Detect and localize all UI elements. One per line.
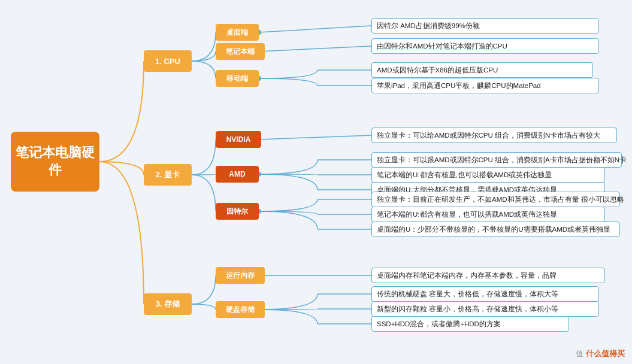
- leaf-ssd-text: 新型的闪存颗粒 容量小，价格高，存储速度快，体积小等: [377, 305, 558, 314]
- leaf-amd2-text: 笔记本端的U:都含有核显,也可以搭载AMD或英伟达独显: [377, 171, 552, 180]
- root-node: 笔记本电脑硬件: [11, 132, 99, 192]
- l2-mobile: 移动端: [216, 70, 259, 87]
- l1-gpu: 2. 显卡: [144, 164, 192, 186]
- l2-ram-label: 运行内存: [226, 271, 255, 281]
- watermark: 值 什么值得买: [576, 348, 625, 359]
- l2-hdd-storage-label: 硬盘存储: [226, 305, 255, 315]
- leaf-mobile1: AMD或因特尔基于X86的超低压版CPU: [371, 62, 593, 78]
- leaf-hdd-text: 传统的机械硬盘 容量大，价格低，存储速度慢，体积大等: [377, 290, 558, 299]
- leaf-ram: 桌面端内存和笔记本端内存，内存基本参数，容量，品牌: [371, 268, 605, 283]
- svg-line-4: [259, 135, 371, 139]
- l2-desktop-label: 桌面端: [226, 28, 248, 38]
- leaf-mobile2-text: 苹果iPad，采用高通CPU平板，麒麟CPU的MatePad: [377, 81, 541, 90]
- leaf-ram-text: 桌面端内存和笔记本端内存，内存基本参数，容量，品牌: [377, 271, 557, 280]
- leaf-mobile2: 苹果iPad，采用高通CPU平板，麒麟CPU的MatePad: [371, 78, 599, 93]
- l1-cpu-label: 1. CPU: [155, 57, 180, 66]
- watermark-brand: 什么值得买: [586, 349, 625, 358]
- leaf-intel1: 独立显卡：目前正在研发生产，不如AMD和英伟达，市场占有量 很小可以忽略: [371, 192, 620, 207]
- l2-laptop-label: 笔记本端: [226, 47, 255, 57]
- leaf-laptop: 由因特尔和AMD针对笔记本端打造的CPU: [371, 38, 599, 54]
- leaf-mobile1-text: AMD或因特尔基于X86的超低压版CPU: [377, 66, 498, 75]
- svg-line-1: [259, 46, 371, 51]
- leaf-desktop-text: 因特尔 AMD占据消费级99%份额: [377, 22, 480, 31]
- leaf-intel2-text: 笔记本端的U:都含有核显，也可以搭载AMD或英伟达独显: [377, 210, 557, 219]
- l2-mobile-label: 移动端: [226, 74, 248, 84]
- l1-gpu-label: 2. 显卡: [156, 169, 180, 180]
- root-label: 笔记本电脑硬件: [11, 144, 99, 178]
- watermark-prefix: 值: [576, 349, 586, 358]
- leaf-intel2: 笔记本端的U:都含有核显，也可以搭载AMD或英伟达独显: [371, 207, 605, 222]
- l2-amd: AMD: [216, 166, 259, 183]
- l2-amd-label: AMD: [229, 170, 245, 178]
- l1-storage-label: 3. 存储: [156, 299, 180, 310]
- l1-storage: 3. 存储: [144, 293, 192, 315]
- leaf-nvidia-text: 独立显卡：可以给AMD或因特尔CPU 组合，消费级别N卡市场占有较大: [377, 131, 600, 140]
- l2-nvidia-label: NVIDIA: [226, 135, 251, 144]
- l2-laptop: 笔记本端: [216, 43, 265, 60]
- l2-intel-gpu-label: 因特尔: [226, 207, 248, 217]
- leaf-amd1: 独立显卡：可以跟AMD或因特尔CPU 组合，消费级别A卡市场占据份额不如N卡: [371, 152, 622, 168]
- l2-hdd-storage: 硬盘存储: [216, 301, 265, 318]
- svg-line-0: [259, 26, 371, 32]
- leaf-intel1-text: 独立显卡：目前正在研发生产，不如AMD和英伟达，市场占有量 很小可以忽略: [377, 195, 624, 204]
- leaf-nvidia: 独立显卡：可以给AMD或因特尔CPU 组合，消费级别N卡市场占有较大: [371, 128, 617, 143]
- leaf-intel3: 桌面端的U：少部分不带核显的，不带核显的U需要搭载AMD或者英伟独显: [371, 222, 620, 237]
- leaf-desktop: 因特尔 AMD占据消费级99%份额: [371, 18, 599, 34]
- l2-intel-gpu: 因特尔: [216, 203, 259, 220]
- leaf-amd2: 笔记本端的U:都含有核显,也可以搭载AMD或英伟达独显: [371, 167, 605, 183]
- l2-ram: 运行内存: [216, 267, 265, 284]
- leaf-hybrid: SSD+HDD混合，或者傲腾+HDD的方案: [371, 316, 569, 332]
- leaf-laptop-text: 由因特尔和AMD针对笔记本端打造的CPU: [377, 42, 507, 51]
- l2-desktop: 桌面端: [216, 24, 259, 41]
- leaf-intel3-text: 桌面端的U：少部分不带核显的，不带核显的U需要搭载AMD或者英伟独显: [377, 225, 610, 234]
- leaf-amd1-text: 独立显卡：可以跟AMD或因特尔CPU 组合，消费级别A卡市场占据份额不如N卡: [377, 156, 627, 165]
- l1-cpu: 1. CPU: [144, 50, 192, 72]
- leaf-ssd: 新型的闪存颗粒 容量小，价格高，存储速度快，体积小等: [371, 301, 599, 317]
- mind-map: 笔记本电脑硬件 1. CPU 2. 显卡 3. 存储 桌面端 笔记本端 移动端 …: [0, 0, 632, 364]
- leaf-hybrid-text: SSD+HDD混合，或者傲腾+HDD的方案: [377, 320, 501, 329]
- leaf-hdd: 传统的机械硬盘 容量大，价格低，存储速度慢，体积大等: [371, 286, 599, 302]
- l2-nvidia: NVIDIA: [216, 131, 261, 148]
